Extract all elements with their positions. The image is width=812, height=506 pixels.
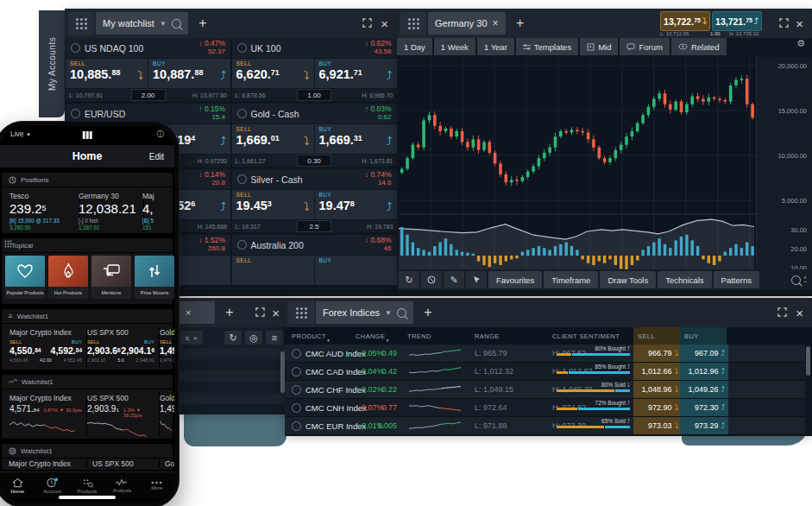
info-icon[interactable] [237, 240, 247, 250]
sell-price-button[interactable]: 1,048.96 ⤵ [633, 381, 682, 398]
forex-row-cmc-cad-index[interactable]: CMC CAD Index↑ 0.04%0.42L: 1,012.32H: 1,… [285, 363, 805, 381]
sell-price-button[interactable]: SELL6,620.71⤵ [232, 59, 314, 88]
search-icon[interactable] [791, 275, 801, 285]
instrument-name-row[interactable]: Silver - Cash↓ 0.74%14.6 [232, 169, 397, 189]
buy-price-button[interactable]: 1,049.26 ⤴ [680, 381, 728, 398]
close-icon[interactable]: × [193, 334, 198, 342]
bottom-toolbar-patterns[interactable]: Patterns [714, 271, 759, 288]
toolbar-button-forum[interactable]: Forum [620, 38, 669, 55]
bottom-toolbar-technicals[interactable]: Technicals [658, 271, 711, 288]
position-card[interactable]: Tesco239.25[B] 15,000 @ 217.333,280.50SL… [5, 190, 80, 231]
info-icon[interactable] [292, 403, 301, 413]
toolbar-button-1-week[interactable]: 1 Week [434, 38, 475, 55]
close-icon[interactable]: × [272, 307, 280, 319]
toolbar-button-1-year[interactable]: 1 Year [477, 38, 514, 55]
grid-icon[interactable] [400, 12, 426, 35]
sell-price-button[interactable]: 966.79 ⤵ [633, 345, 682, 362]
home-indicator[interactable] [59, 496, 116, 499]
sell-price-button[interactable]: SELL1,669.01⤵ [232, 124, 314, 154]
refresh-icon[interactable]: ↻ [399, 271, 419, 288]
info-icon[interactable] [237, 43, 247, 53]
chart-zoom-control[interactable]: +− [791, 275, 810, 285]
chart-tab[interactable]: Germany 30 × [428, 12, 506, 35]
info-icon[interactable] [71, 43, 80, 53]
instrument-name-row[interactable]: Australia 200↓ 0.68%46 [232, 235, 397, 255]
column-header-range[interactable]: RANGE [475, 332, 500, 340]
topical-card-popular-products[interactable]: Popular Products [5, 256, 45, 299]
column-header-buy[interactable]: BUY [680, 327, 727, 345]
panel-tab[interactable]: × [179, 301, 215, 324]
toolbar-button-1-day[interactable]: 1 Day [397, 38, 432, 55]
instrument-name-row[interactable]: UK 100↓ 0.62%43.58 [232, 38, 397, 58]
chevron-down-icon[interactable]: ▼ [385, 309, 392, 317]
column-header-client-sentiment[interactable]: CLIENT SENTIMENT [552, 332, 620, 340]
position-card[interactable]: Germany 3012,038.21[-] 0 Net1,187.91SL: … [74, 190, 144, 231]
check-circle-icon[interactable]: ◎ [245, 331, 262, 345]
bottom-toolbar-draw-tools[interactable]: Draw Tools [600, 271, 656, 288]
bottom-toolbar-timeframe[interactable]: Timeframe [544, 271, 598, 288]
sell-price-button[interactable]: 973.03 ⤵ [633, 417, 682, 434]
search-icon[interactable] [397, 308, 406, 318]
close-icon[interactable]: × [796, 307, 803, 319]
price-chart[interactable] [399, 57, 756, 269]
sell-price-button[interactable]: 13,722.75 ⤵ [660, 11, 710, 31]
info-icon[interactable] [71, 109, 80, 118]
watchlist-name[interactable]: US SPX 500 [86, 459, 134, 468]
info-icon[interactable]: ⓘ [157, 130, 165, 140]
watchlist-chart[interactable]: Gold1,494.8 [155, 392, 174, 437]
pencil-icon[interactable]: ✎ [444, 271, 464, 288]
settings-gear-icon[interactable]: ⚙ [796, 38, 812, 57]
column-header-change[interactable]: CHANGE ▼ [356, 332, 386, 340]
topical-card-price-movers[interactable]: Price Movers [135, 256, 174, 299]
sell-price-button[interactable]: SELL10,885.88⤵ [66, 59, 148, 88]
column-header-sell[interactable]: SELL [633, 327, 680, 345]
expand-icon[interactable] [362, 16, 372, 31]
nav-item-products[interactable]: Products [70, 472, 104, 498]
topical-card-hot-products[interactable]: Hot Products [48, 256, 88, 299]
buy-price-button[interactable]: 1,012.96 ⤴ [680, 363, 728, 380]
instrument-name-row[interactable]: Gold - Cash↑ 0.03%0.62 [232, 104, 397, 123]
expand-icon[interactable] [779, 16, 789, 31]
buy-price-button[interactable]: 967.09 ⤴ [680, 345, 728, 362]
buy-price-button[interactable]: BUY [315, 256, 397, 285]
buy-price-button[interactable]: BUY1,669.31⤴ [315, 124, 397, 154]
buy-price-button[interactable]: BUY19.478⤴ [315, 190, 397, 219]
close-icon[interactable]: × [381, 17, 388, 30]
watchlist-chart[interactable]: US SPX 5002,903.911.3% ▼ 38.25pts [83, 392, 160, 437]
info-icon[interactable] [237, 174, 247, 184]
sell-price-button[interactable]: SELL19.453⤵ [232, 190, 314, 219]
sell-price-button[interactable]: 972.90 ⤵ [633, 399, 682, 416]
buy-price-button[interactable]: BUY10,887.88⤴ [148, 59, 230, 88]
grid-icon[interactable] [288, 301, 314, 324]
buy-price-button[interactable]: 973.29 ⤴ [680, 417, 728, 434]
nav-item-home[interactable]: Home [0, 472, 35, 498]
forex-row-cmc-eur-index[interactable]: CMC EUR Index↑ 0.01%1.005L: 971.88H: 973… [285, 417, 805, 435]
info-icon[interactable] [292, 421, 301, 431]
forex-row-cmc-aud-index[interactable]: CMC AUD Index↑ 0.05%0.49L: 965.79H: 967.… [285, 345, 805, 363]
toolbar-button-related[interactable]: Related [671, 38, 727, 55]
add-tab-button[interactable]: + [413, 301, 443, 324]
add-tab-button[interactable]: + [188, 12, 217, 35]
disable-icon[interactable] [421, 271, 442, 288]
rail-tab-my-accounts[interactable]: My Accounts [39, 10, 65, 117]
watchlist-chart[interactable]: Major Crypto Index4,571.840.87% ▼ 39.9pt… [5, 392, 87, 437]
close-icon[interactable]: × [493, 18, 499, 28]
buy-price-button[interactable]: BUY6,921.71⤴ [315, 59, 397, 88]
nav-item-account[interactable]: Account [35, 472, 69, 498]
filter-chip[interactable]: s× [180, 331, 203, 345]
expand-icon[interactable] [255, 305, 265, 320]
list-icon[interactable]: ≡ [266, 331, 283, 345]
orders-table[interactable] [177, 348, 286, 414]
topical-card-mentions[interactable]: Mentions [91, 256, 131, 299]
buy-price-button[interactable]: 13,721.75 ⤴ [712, 11, 762, 31]
buy-price-button[interactable]: 972.30 ⤴ [680, 399, 728, 416]
forex-row-cmc-chf-index[interactable]: CMC CHF Index↑ 0.02%0.22L: 1,049.15H: 1,… [285, 381, 805, 399]
forex-tab[interactable]: Forex Indices ▼ [316, 301, 413, 324]
add-tab-button[interactable]: + [506, 12, 535, 35]
info-icon[interactable] [237, 109, 247, 118]
chart-axis[interactable]: 20,000.0015,000.0010,000.005,000.0030.00… [756, 57, 812, 269]
watchlist-quote[interactable]: Major Crypto IndexSELLBUY4,550.844,592.8… [5, 326, 87, 368]
bottom-toolbar-favourites[interactable]: Favourites [488, 271, 542, 288]
cursor-icon[interactable] [466, 271, 487, 288]
info-icon[interactable] [292, 385, 301, 395]
